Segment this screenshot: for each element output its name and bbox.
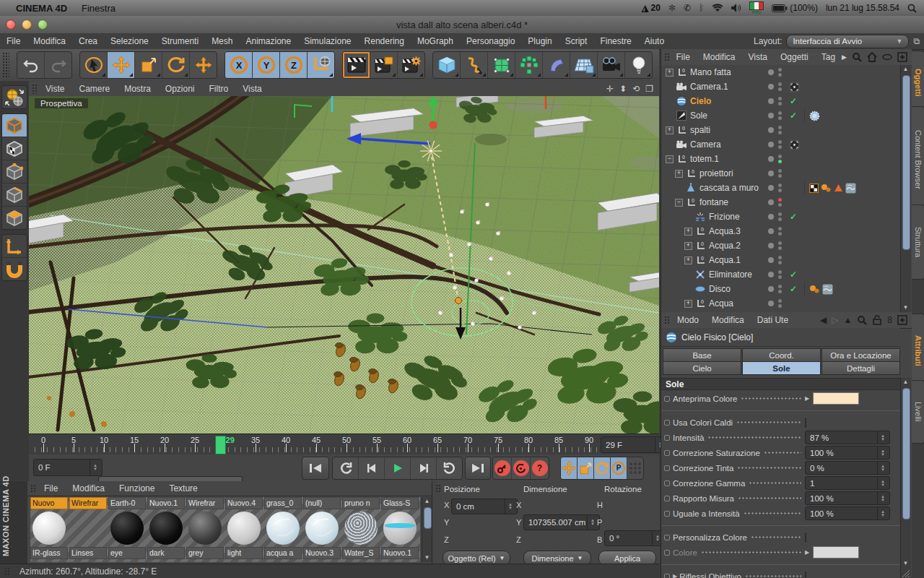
coord-system-button[interactable] <box>308 52 334 78</box>
timeline-ruler[interactable]: 051015202535404550556065707580859029 <box>29 434 659 455</box>
attribute-scrollbar[interactable]: ▲ ▼ <box>900 378 911 578</box>
material-menu-funzione[interactable]: Funzione <box>112 483 162 493</box>
spotlight-icon[interactable] <box>907 4 917 13</box>
keyframe-help-button[interactable]: ? <box>531 457 549 479</box>
visibility-toggles[interactable] <box>768 270 782 279</box>
status-grip[interactable] <box>4 567 11 576</box>
visibility-toggles[interactable] <box>768 212 782 221</box>
visibility-toggles[interactable] <box>768 299 782 308</box>
editor-dot[interactable] <box>778 212 782 216</box>
coord-field[interactable]: 107355.007 cm▲▼ <box>523 514 600 530</box>
key-scale-button[interactable] <box>578 457 594 479</box>
material-cell[interactable]: Wirefrar <box>186 497 224 509</box>
side-tab-livelli[interactable]: Livelli <box>912 380 924 444</box>
render-dot[interactable] <box>778 145 782 149</box>
live-selection-button[interactable] <box>80 52 108 78</box>
attr-menu-grip[interactable] <box>664 316 671 325</box>
editor-render-dots[interactable] <box>778 126 782 134</box>
layer-dot[interactable] <box>768 84 774 90</box>
object-name[interactable]: Frizione <box>709 212 740 222</box>
side-tab-oggetti[interactable]: Oggetti <box>912 51 924 115</box>
editor-dot[interactable] <box>778 241 782 245</box>
editor-render-dots[interactable] <box>778 212 782 221</box>
menu-modifica[interactable]: Modifica <box>27 36 72 46</box>
color-expand-arrow[interactable]: ▶ <box>805 395 809 402</box>
next-frame-button[interactable] <box>411 457 437 479</box>
object-name[interactable]: totem.1 <box>690 154 719 164</box>
render-view-button[interactable] <box>343 52 370 78</box>
record-keyframe-button[interactable] <box>493 457 512 479</box>
material-scrollbar[interactable]: ▲ ▼ <box>422 497 432 562</box>
menu-aiuto[interactable]: Aiuto <box>638 36 671 46</box>
material-menu-modifica[interactable]: Modifica <box>65 483 112 493</box>
enabled-check-icon[interactable]: ✓ <box>790 96 797 106</box>
render-settings-button[interactable] <box>398 52 424 78</box>
object-row[interactable]: +0spalti <box>661 123 900 137</box>
anim-track-box[interactable] <box>664 535 670 540</box>
layer-dot[interactable] <box>768 142 774 147</box>
expand-icon[interactable]: + <box>666 126 674 134</box>
toolbar-grip[interactable] <box>2 52 9 78</box>
object-name[interactable]: Acqua <box>709 298 733 309</box>
editor-render-dots[interactable] <box>778 184 782 192</box>
object-row[interactable]: +0Acqua.2 <box>661 238 900 253</box>
material-thumbnail[interactable] <box>381 509 419 547</box>
material-thumbnail[interactable] <box>303 509 341 547</box>
object-name[interactable]: Eliminatore <box>709 269 752 280</box>
layout-select[interactable]: Interfaccia di Avvio▼ <box>786 35 909 48</box>
anim-track-box[interactable] <box>664 435 670 441</box>
layer-dot[interactable] <box>768 98 774 104</box>
visibility-toggles[interactable] <box>768 126 782 134</box>
material-cell[interactable]: eye <box>108 509 146 559</box>
keyboard-layout-icon[interactable]: ◮ 20 <box>642 3 661 13</box>
anim-track-box[interactable] <box>664 465 670 471</box>
expand-icon[interactable]: + <box>684 228 692 236</box>
object-row[interactable]: cascata a muro <box>661 181 900 195</box>
visibility-toggles[interactable] <box>768 82 782 91</box>
editor-dot[interactable] <box>778 227 782 230</box>
render-dot[interactable] <box>778 246 782 250</box>
editor-dot[interactable] <box>778 256 782 259</box>
color-swatch[interactable] <box>813 546 859 558</box>
material-cell[interactable]: acqua a <box>264 509 302 559</box>
timeline-start-field[interactable]: 0 F▲▼ <box>33 459 103 476</box>
object-row[interactable]: Camera.1 <box>661 79 900 94</box>
points-mode-button[interactable] <box>2 160 27 184</box>
layer-dot[interactable] <box>768 228 774 234</box>
expand-icon[interactable]: + <box>666 69 674 77</box>
visibility-toggles[interactable] <box>768 68 782 77</box>
layer-dot[interactable] <box>768 214 774 220</box>
material-cell[interactable]: light <box>225 509 263 559</box>
value-spinner-field[interactable]: 87 %▲▼ <box>805 431 890 444</box>
render-dot[interactable] <box>778 160 782 163</box>
material-cell[interactable]: Water_S <box>342 509 380 559</box>
visibility-toggles[interactable] <box>768 241 782 250</box>
anim-track-box[interactable] <box>664 574 670 578</box>
menu-mesh[interactable]: Mesh <box>205 36 239 46</box>
menu-simulazione[interactable]: Simulazione <box>297 36 357 46</box>
enabled-check-icon[interactable]: ✓ <box>790 269 797 280</box>
value-spinner-field[interactable]: 100 %▲▼ <box>805 491 890 505</box>
camera-target-tag[interactable] <box>790 82 799 92</box>
material-thumbnail[interactable] <box>342 509 380 547</box>
viewport-menu-grip[interactable] <box>32 84 38 94</box>
menu-overflow-icon[interactable]: ▶ <box>842 53 847 61</box>
parent-object-icon[interactable]: ▲ <box>843 315 852 325</box>
current-frame-marker[interactable] <box>215 436 226 454</box>
render-dot[interactable] <box>778 304 782 308</box>
checker-tag[interactable] <box>809 184 819 193</box>
value-spinner-field[interactable]: 1▲▼ <box>805 476 890 490</box>
key-parameter-button[interactable]: P <box>611 457 627 479</box>
balls-tag[interactable] <box>809 285 820 294</box>
menu-crea[interactable]: Crea <box>72 36 104 46</box>
editor-render-dots[interactable] <box>778 198 782 207</box>
menu-animazione[interactable]: Animazione <box>239 36 297 46</box>
object-name[interactable]: Mano fatta <box>690 67 731 77</box>
object-menu-oggetti[interactable]: Oggetti <box>774 52 815 62</box>
menubar-clock[interactable]: lun 21 lug 15.58.54 <box>826 3 899 13</box>
object-row[interactable]: Frizione✓ <box>661 210 900 224</box>
material-cell[interactable]: Earth-0 <box>108 497 146 509</box>
render-dot[interactable] <box>778 275 782 279</box>
attr-menu-modo[interactable]: Modo <box>671 315 705 325</box>
attr-tab-base[interactable]: Base <box>663 348 741 362</box>
